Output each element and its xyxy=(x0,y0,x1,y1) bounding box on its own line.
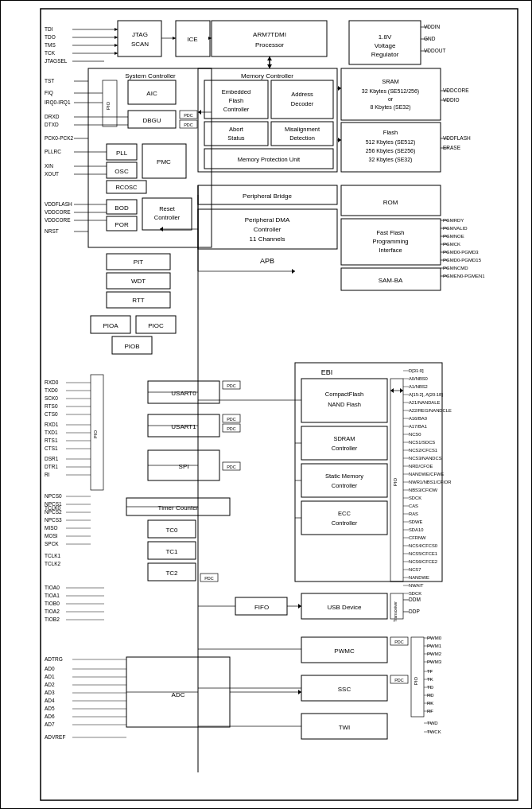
svg-text:SCK0: SCK0 xyxy=(45,395,58,401)
svg-text:PDC: PDC xyxy=(184,123,193,127)
svg-text:AD2: AD2 xyxy=(45,682,55,687)
svg-text:Abort: Abort xyxy=(229,126,244,133)
svg-text:SRAM: SRAM xyxy=(382,78,399,85)
svg-text:RTS0: RTS0 xyxy=(45,403,58,409)
svg-text:DTXD: DTXD xyxy=(45,122,59,127)
svg-text:VDDOUT: VDDOUT xyxy=(424,48,445,53)
svg-text:AD1: AD1 xyxy=(45,674,55,679)
svg-text:Peripheral DMA: Peripheral DMA xyxy=(245,216,290,224)
svg-text:XIN: XIN xyxy=(45,163,53,169)
svg-text:NCS3/NANDCS: NCS3/NANDCS xyxy=(409,456,442,461)
svg-text:EBI: EBI xyxy=(321,368,333,376)
svg-text:CTS0: CTS0 xyxy=(45,411,58,417)
svg-text:CTS1: CTS1 xyxy=(45,445,58,451)
svg-text:A1/NBS2: A1/NBS2 xyxy=(409,384,428,389)
svg-text:CFRNW: CFRNW xyxy=(409,535,426,540)
svg-text:VDDCORE: VDDCORE xyxy=(45,217,71,223)
svg-text:Detection: Detection xyxy=(289,134,315,142)
svg-text:TIOA1: TIOA1 xyxy=(45,593,60,598)
svg-text:PGMD0-PGMD15: PGMD0-PGMD15 xyxy=(443,258,482,263)
svg-text:PGMEN0-PGMEN1: PGMEN0-PGMEN1 xyxy=(443,274,485,278)
svg-text:NAND Flash: NAND Flash xyxy=(328,401,361,408)
svg-text:PMC: PMC xyxy=(157,158,171,165)
svg-text:Interface: Interface xyxy=(379,247,402,254)
svg-text:PCK0-PCK2: PCK0-PCK2 xyxy=(45,135,74,141)
svg-text:NWR1/NBS1/CFIOR: NWR1/NBS1/CFIOR xyxy=(409,480,451,484)
svg-text:TMS: TMS xyxy=(45,42,56,48)
svg-text:NPCS0: NPCS0 xyxy=(45,493,62,499)
svg-text:AD3: AD3 xyxy=(45,690,55,695)
svg-text:CAS: CAS xyxy=(409,504,418,508)
svg-text:VDDFLASH: VDDFLASH xyxy=(45,201,72,207)
svg-text:RI: RI xyxy=(45,472,50,477)
svg-text:Fast Flash: Fast Flash xyxy=(376,229,404,236)
svg-text:Flash: Flash xyxy=(383,129,398,136)
svg-text:NCS0: NCS0 xyxy=(409,432,421,437)
svg-text:PDC: PDC xyxy=(204,576,214,581)
svg-text:USB Device: USB Device xyxy=(327,604,362,611)
svg-text:USART1: USART1 xyxy=(171,423,196,430)
svg-text:PDC: PDC xyxy=(227,426,236,431)
svg-text:ARM7TDMI: ARM7TDMI xyxy=(253,31,286,38)
svg-text:or: or xyxy=(388,96,394,102)
svg-marker-396 xyxy=(338,86,341,91)
svg-text:ADVREF: ADVREF xyxy=(45,734,65,740)
svg-text:NANDWE/CFWE: NANDWE/CFWE xyxy=(409,472,445,476)
svg-text:SDWE: SDWE xyxy=(409,519,423,524)
svg-text:PIOB: PIOB xyxy=(124,343,139,350)
svg-text:TC2: TC2 xyxy=(165,570,178,577)
svg-text:Transceiver: Transceiver xyxy=(393,601,398,622)
svg-text:PDC: PDC xyxy=(394,640,404,644)
svg-text:Flash: Flash xyxy=(229,97,243,104)
svg-text:ECC: ECC xyxy=(338,510,351,517)
svg-text:AD4: AD4 xyxy=(45,698,55,703)
svg-text:SDA10: SDA10 xyxy=(409,527,423,532)
svg-marker-169 xyxy=(115,52,118,55)
svg-marker-411 xyxy=(298,690,301,694)
svg-text:Memory Controller: Memory Controller xyxy=(241,72,293,80)
svg-marker-398 xyxy=(338,138,341,142)
svg-marker-424 xyxy=(390,388,394,393)
svg-text:NPCS3: NPCS3 xyxy=(45,517,62,523)
svg-rect-0 xyxy=(41,9,518,800)
svg-text:PDC: PDC xyxy=(394,678,404,683)
svg-text:SDRAM: SDRAM xyxy=(333,435,355,442)
svg-text:TWI: TWI xyxy=(339,724,351,731)
svg-text:CompactFlash: CompactFlash xyxy=(325,391,363,398)
svg-text:SSC: SSC xyxy=(338,686,351,693)
svg-text:512 Kbytes (SE512): 512 Kbytes (SE512) xyxy=(366,139,416,146)
svg-text:A21/NANDALE: A21/NANDALE xyxy=(409,400,440,405)
svg-text:Controller: Controller xyxy=(332,519,358,527)
svg-text:Embedded: Embedded xyxy=(222,88,250,95)
svg-text:XOUT: XOUT xyxy=(45,171,59,177)
svg-text:A17/BA1: A17/BA1 xyxy=(409,424,427,429)
svg-text:FIFO: FIFO xyxy=(254,604,269,611)
svg-text:Controller: Controller xyxy=(254,226,282,233)
svg-text:PLLRC: PLLRC xyxy=(45,149,61,154)
svg-text:Programming: Programming xyxy=(372,238,408,245)
svg-text:ERASE: ERASE xyxy=(443,145,461,150)
svg-text:VDDCORE: VDDCORE xyxy=(45,209,71,215)
svg-marker-392 xyxy=(267,56,272,60)
svg-text:D[31:0]: D[31:0] xyxy=(409,368,424,373)
svg-text:NBS3/CFIOW: NBS3/CFIOW xyxy=(409,488,438,492)
svg-text:JTAG: JTAG xyxy=(132,31,148,38)
svg-rect-99 xyxy=(301,426,387,460)
svg-marker-168 xyxy=(115,44,118,47)
svg-text:NWAIT: NWAIT xyxy=(409,583,424,588)
svg-text:Static Memory: Static Memory xyxy=(325,473,363,480)
svg-text:Status: Status xyxy=(227,134,245,142)
svg-text:TIOA2: TIOA2 xyxy=(45,609,60,614)
svg-text:AD7: AD7 xyxy=(45,721,55,727)
svg-marker-403 xyxy=(160,227,163,231)
svg-text:RTS1: RTS1 xyxy=(45,438,58,443)
svg-text:RXD1: RXD1 xyxy=(45,422,59,427)
svg-text:Controller: Controller xyxy=(154,214,181,221)
svg-text:PIO: PIO xyxy=(414,677,418,686)
svg-text:VDDFLASH: VDDFLASH xyxy=(443,135,471,141)
svg-text:Peripheral Bridge: Peripheral Bridge xyxy=(243,193,292,200)
svg-text:FIQ: FIQ xyxy=(45,90,53,96)
svg-text:GND: GND xyxy=(424,36,436,41)
svg-text:TC1: TC1 xyxy=(165,548,178,555)
svg-rect-105 xyxy=(301,501,387,535)
